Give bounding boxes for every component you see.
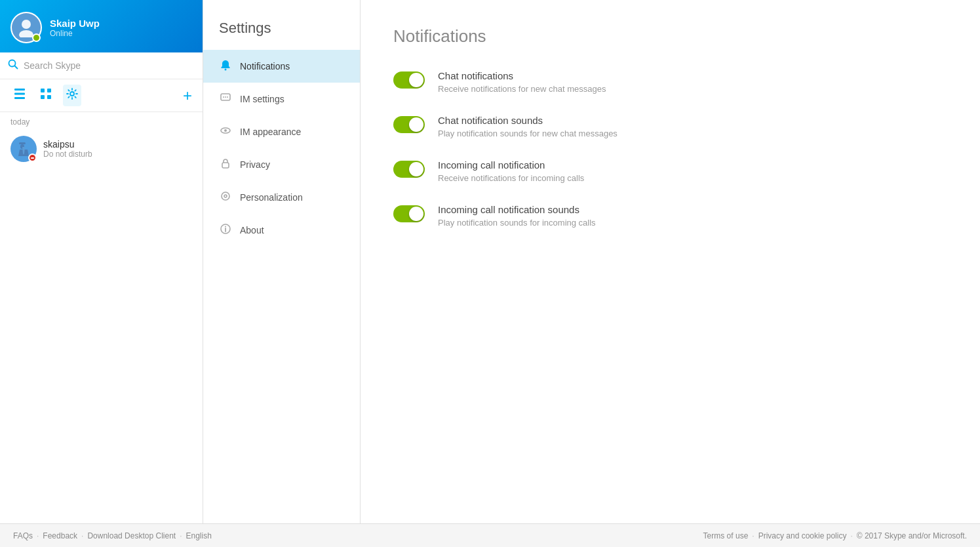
bell-icon [219, 59, 232, 73]
add-contact-icon[interactable]: + [183, 87, 192, 105]
toggle-knob [409, 117, 423, 132]
user-info: Skaip Uwp Online [50, 18, 100, 38]
toggle-knob [409, 207, 423, 221]
toggle-wrap [393, 205, 425, 222]
svg-rect-23 [222, 163, 229, 168]
settings-gear-icon[interactable] [63, 85, 81, 106]
toggle-wrap [393, 116, 425, 133]
footer-sep: · [850, 531, 852, 540]
settings-item-personalization[interactable]: Personalization [203, 181, 360, 214]
contact-avatar [10, 136, 37, 162]
status-online-dot [32, 33, 41, 42]
svg-rect-5 [14, 93, 25, 95]
eye-icon [219, 125, 232, 139]
footer-sep: · [37, 531, 39, 540]
svg-rect-10 [47, 95, 51, 99]
notifications-list: Chat notificationsReceive notifications … [393, 70, 947, 228]
svg-rect-8 [47, 89, 51, 92]
privacy-policy-link[interactable]: Privacy and cookie policy [758, 531, 847, 540]
notification-title: Incoming call notification sounds [438, 204, 596, 215]
svg-point-16 [225, 69, 227, 71]
settings-item-notifications[interactable]: Notifications [203, 50, 360, 83]
terms-link[interactable]: Terms of use [703, 531, 749, 540]
toggle-knob [409, 162, 423, 176]
settings-item-label: About [240, 225, 264, 235]
toggle-knob [409, 73, 423, 87]
svg-point-20 [227, 96, 228, 98]
toggle-incoming-call[interactable] [393, 161, 425, 178]
page-title: Notifications [393, 26, 947, 47]
notification-description: Play notification sounds for new chat me… [438, 129, 617, 138]
avatar-wrap [10, 12, 42, 43]
notification-description: Receive notifications for incoming calls [438, 173, 584, 183]
settings-panel: Settings Notifications IM settings [203, 0, 361, 523]
section-today: today [0, 112, 203, 129]
svg-rect-9 [41, 95, 45, 99]
faqs-link[interactable]: FAQs [13, 531, 33, 540]
language-link[interactable]: English [186, 531, 212, 540]
settings-item-im-settings[interactable]: IM settings [203, 83, 360, 115]
svg-point-18 [223, 96, 224, 98]
notification-text: Incoming call notificationReceive notifi… [438, 159, 584, 183]
toggle-wrap [393, 161, 425, 178]
chat-list-icon[interactable] [10, 85, 29, 106]
contacts-grid-icon[interactable] [37, 85, 55, 106]
notification-row: Chat notification soundsPlay notificatio… [393, 115, 947, 138]
svg-point-0 [22, 20, 31, 29]
notification-row: Incoming call notification soundsPlay no… [393, 204, 947, 228]
toggle-wrap [393, 71, 425, 89]
contact-info: skaipsu Do not disturb [43, 139, 92, 159]
svg-point-24 [222, 192, 229, 200]
svg-point-1 [19, 30, 33, 37]
user-name: Skaip Uwp [50, 18, 100, 29]
toggle-incoming-call-sounds[interactable] [393, 205, 425, 222]
personalization-icon [219, 190, 232, 205]
app-footer: FAQs · Feedback · Download Desktop Clien… [0, 523, 980, 547]
lock-icon [219, 157, 232, 172]
toolbar: + [0, 79, 203, 112]
contact-item[interactable]: skaipsu Do not disturb [0, 129, 203, 169]
svg-rect-6 [14, 97, 25, 99]
settings-item-privacy[interactable]: Privacy [203, 148, 360, 181]
sidebar: Skaip Uwp Online [0, 0, 203, 523]
footer-sep: · [752, 531, 754, 540]
svg-line-3 [15, 66, 18, 69]
notification-text: Incoming call notification soundsPlay no… [438, 204, 596, 228]
footer-sep: · [81, 531, 83, 540]
footer-sep: · [180, 531, 182, 540]
footer-left: FAQs · Feedback · Download Desktop Clien… [13, 531, 212, 540]
feedback-link[interactable]: Feedback [43, 531, 77, 540]
notification-row: Incoming call notificationReceive notifi… [393, 159, 947, 183]
svg-rect-7 [41, 89, 45, 92]
footer-right: Terms of use · Privacy and cookie policy… [703, 531, 967, 540]
toggle-chat-sounds[interactable] [393, 116, 425, 133]
notification-title: Chat notification sounds [438, 115, 617, 126]
download-link[interactable]: Download Desktop Client [87, 531, 176, 540]
search-icon [8, 59, 18, 72]
svg-point-22 [224, 129, 227, 132]
toggle-chat-notif[interactable] [393, 71, 425, 89]
notification-description: Receive notifications for new chat messa… [438, 84, 606, 94]
info-icon [219, 223, 232, 237]
svg-rect-12 [19, 142, 26, 144]
settings-item-label: Privacy [240, 159, 270, 170]
notification-description: Play notification sounds for incoming ca… [438, 218, 596, 228]
chat-bubble-icon [219, 92, 232, 106]
settings-item-about[interactable]: About [203, 214, 360, 247]
main-content: Notifications Chat notificationsReceive … [361, 0, 980, 523]
search-input[interactable] [24, 60, 195, 71]
settings-item-label: Notifications [240, 61, 290, 71]
notification-row: Chat notificationsReceive notifications … [393, 70, 947, 94]
notification-text: Chat notification soundsPlay notificatio… [438, 115, 617, 138]
contact-status: Do not disturb [43, 150, 92, 159]
svg-point-25 [224, 195, 227, 197]
notification-title: Incoming call notification [438, 159, 584, 171]
search-bar [0, 52, 203, 79]
settings-item-label: IM appearance [240, 127, 301, 137]
svg-point-11 [70, 92, 74, 96]
settings-item-im-appearance[interactable]: IM appearance [203, 115, 360, 148]
notification-title: Chat notifications [438, 70, 606, 81]
settings-title: Settings [203, 13, 360, 50]
contact-name: skaipsu [43, 139, 92, 150]
svg-rect-4 [14, 89, 25, 91]
